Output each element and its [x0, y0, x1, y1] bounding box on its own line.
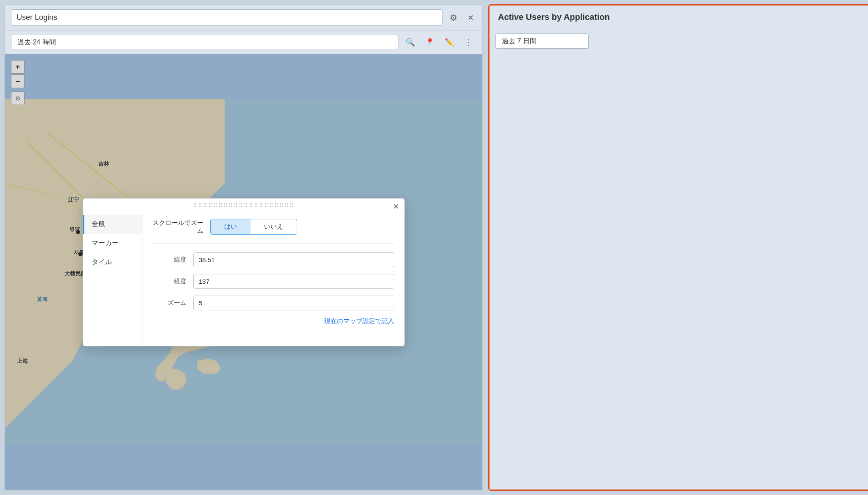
sidebar-item-tile[interactable]: タイル	[83, 253, 142, 272]
sidebar-item-marker[interactable]: マーカー	[83, 234, 142, 253]
scroll-zoom-label: スクロールでズーム	[153, 219, 203, 235]
more-options-button[interactable]: ⋮	[461, 35, 476, 50]
modal-body: 全般 マーカー タイル スクロールでズーム	[83, 210, 404, 346]
more-icon: ⋮	[465, 38, 473, 47]
time-selector-right[interactable]	[495, 33, 589, 49]
right-panel-header: Active Users by Application	[490, 6, 868, 29]
modal-close-button[interactable]: ✕	[393, 202, 399, 211]
fill-current-settings-link[interactable]: 現在のマップ設定で記入	[153, 317, 394, 325]
map-container[interactable]: 北朝鮮 大韓民国 日本 日本海 黄海 吉林 辽宁 上海 평양 서울 東京 大阪 …	[5, 54, 482, 490]
pencil-button[interactable]: ✏️	[442, 35, 457, 50]
settings-modal: ⠿⠿⠿⠿⠿⠿⠿⠿⠿⠿⠿⠿⠿⠿⠿⠿⠿⠿⠿⠿ ✕ 全般 マーカー タイル	[83, 198, 405, 346]
left-panel: ⚙ ✕ 🔍 📍 ✏️ ⋮	[4, 4, 483, 491]
panel-title-input[interactable]	[11, 9, 442, 26]
map-toolbar: 🔍 📍 ✏️ ⋮	[5, 30, 482, 54]
zoom-label: ズーム	[153, 299, 186, 307]
close-panel-button[interactable]: ✕	[465, 12, 476, 24]
scroll-zoom-toggle-group: はい いいえ	[210, 219, 297, 235]
right-panel-title: Active Users by Application	[498, 12, 610, 22]
modal-content-area: スクロールでズーム はい いいえ 緯度 経度	[142, 210, 404, 346]
latitude-label: 緯度	[153, 256, 186, 264]
modal-divider	[153, 243, 394, 244]
time-selector-left[interactable]	[11, 35, 398, 50]
search-button[interactable]: 🔍	[403, 35, 418, 50]
sidebar-item-general[interactable]: 全般	[83, 215, 142, 234]
gear-icon: ⚙	[450, 13, 457, 23]
panel-header: ⚙ ✕	[5, 5, 482, 30]
latitude-row: 緯度	[153, 252, 394, 267]
zoom-input[interactable]	[193, 296, 394, 310]
right-toolbar	[490, 29, 868, 53]
scroll-zoom-yes-button[interactable]: はい	[211, 219, 250, 234]
zoom-row: ズーム	[153, 296, 394, 310]
close-icon: ✕	[467, 13, 474, 22]
latitude-input[interactable]	[193, 252, 394, 267]
search-icon: 🔍	[406, 38, 415, 47]
pencil-icon: ✏️	[445, 38, 454, 47]
right-panel: Active Users by Application	[488, 4, 868, 491]
longitude-label: 経度	[153, 277, 186, 285]
modal-sidebar: 全般 マーカー タイル	[83, 210, 142, 346]
longitude-input[interactable]	[193, 274, 394, 289]
drag-dots-icon: ⠿⠿⠿⠿⠿⠿⠿⠿⠿⠿⠿⠿⠿⠿⠿⠿⠿⠿⠿⠿	[193, 202, 295, 209]
longitude-row: 経度	[153, 274, 394, 289]
modal-overlay: ⠿⠿⠿⠿⠿⠿⠿⠿⠿⠿⠿⠿⠿⠿⠿⠿⠿⠿⠿⠿ ✕ 全般 マーカー タイル	[5, 54, 482, 490]
scroll-zoom-row: スクロールでズーム はい いいえ	[153, 219, 394, 235]
modal-drag-handle[interactable]: ⠿⠿⠿⠿⠿⠿⠿⠿⠿⠿⠿⠿⠿⠿⠿⠿⠿⠿⠿⠿	[83, 199, 404, 210]
scroll-zoom-no-button[interactable]: いいえ	[250, 219, 297, 234]
location-pin-icon: 📍	[425, 38, 434, 47]
gear-button[interactable]: ⚙	[446, 10, 461, 25]
location-button[interactable]: 📍	[422, 35, 437, 50]
